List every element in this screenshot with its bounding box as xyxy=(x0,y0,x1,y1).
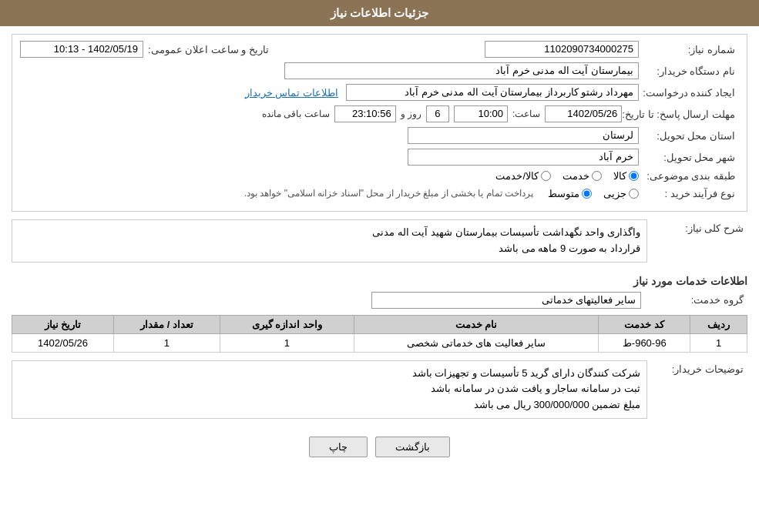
remaining-time-label: ساعت باقی مانده xyxy=(262,109,330,119)
cell-row: 1 xyxy=(690,333,747,352)
general-desc-line1: واگذاری واحد نگهداشت تأسیسات بیمارستان ش… xyxy=(18,225,640,241)
remaining-day-label: روز و xyxy=(401,109,421,119)
remaining-time-value: 23:10:56 xyxy=(334,105,396,122)
buyer-desc-line3: مبلغ تضمین 300/000/000 ریال می باشد xyxy=(18,397,640,413)
purchase-motavasset: متوسط xyxy=(548,188,592,199)
general-desc-label: شرح کلی نیاز: xyxy=(647,223,747,234)
buttons-row: بازگشت چاپ xyxy=(12,437,747,457)
col-date: تاریخ نیاز xyxy=(12,315,114,333)
table-header-row: ردیف کد خدمت نام خدمت واحد اندازه گیری ت… xyxy=(12,315,747,333)
need-number-label: شماره نیاز: xyxy=(639,44,739,55)
table-row: 1 960-96-ط سایر فعالیت های خدماتی شخصی 1… xyxy=(12,333,747,352)
cell-unit: 1 xyxy=(220,333,354,352)
send-deadline-label: مهلت ارسال پاسخ: تا تاریخ: xyxy=(622,109,739,120)
announce-date-label: تاریخ و ساعت اعلان عمومی: xyxy=(143,44,273,55)
service-group-label: گروه خدمت: xyxy=(647,294,747,306)
send-date-value: 1402/05/26 xyxy=(545,105,622,122)
category-label: طبقه بندی موضوعی: xyxy=(639,170,739,182)
general-desc-line2: قرارداد به صورت 9 ماهه می باشد xyxy=(18,241,640,257)
buyer-desc-row: توضیحات خریدار: شرکت کنندگان دارای گرید … xyxy=(12,360,747,425)
need-number-row: شماره نیاز: 1102090734000275 تاریخ و ساع… xyxy=(20,41,739,58)
creator-label: ایجاد کننده درخواست: xyxy=(639,87,739,99)
purchase-type-label: نوع فرآیند خرید : xyxy=(639,188,739,199)
buyer-desc-value: شرکت کنندگان دارای گرید 5 تأسیسات و تجهی… xyxy=(12,360,647,419)
services-table: ردیف کد خدمت نام خدمت واحد اندازه گیری ت… xyxy=(12,315,747,353)
col-row: ردیف xyxy=(690,315,747,333)
purchase-type-row: نوع فرآیند خرید : جزیی متوسط پرداخت تمام… xyxy=(20,186,739,200)
buyer-org-value: بیمارستان آیت اله مدنی خرم آباد xyxy=(284,62,639,79)
col-name: نام خدمت xyxy=(354,315,598,333)
purchase-type-note: پرداخت تمام یا بخشی از مبلغ خریدار از مح… xyxy=(241,186,536,200)
city-value: خرم آباد xyxy=(408,149,639,166)
general-desc-value: واگذاری واحد نگهداشت تأسیسات بیمارستان ش… xyxy=(12,219,647,263)
purchase-jozi-label: جزیی xyxy=(603,188,626,199)
city-label: شهر محل تحویل: xyxy=(639,152,739,163)
category-kala-khedmat-label: کالا/خدمت xyxy=(495,170,539,182)
page-header: جزئیات اطلاعات نیاز xyxy=(0,0,759,26)
print-button[interactable]: چاپ xyxy=(309,437,368,457)
category-khedmat: خدمت xyxy=(563,170,602,182)
buyer-desc-line2: ثبت در سامانه ساجار و یافت شدن در سامانه… xyxy=(18,381,640,397)
deadline-fields: 1402/05/26 ساعت: 10:00 6 روز و 23:10:56 … xyxy=(262,105,622,122)
category-khedmat-label: خدمت xyxy=(563,170,589,182)
send-time-label: ساعت: xyxy=(512,109,540,119)
col-unit: واحد اندازه گیری xyxy=(220,315,354,333)
cell-name: سایر فعالیت های خدماتی شخصی xyxy=(354,333,598,352)
category-khedmat-radio[interactable] xyxy=(592,171,602,181)
cell-code: 960-96-ط xyxy=(599,333,690,352)
creator-contact-link[interactable]: اطلاعات تماس خریدار xyxy=(245,87,338,99)
main-info-section: شماره نیاز: 1102090734000275 تاریخ و ساع… xyxy=(12,34,747,212)
purchase-jozi: جزیی xyxy=(603,188,639,199)
general-desc-row: شرح کلی نیاز: واگذاری واحد نگهداشت تأسیس… xyxy=(12,219,747,269)
creator-value: مهرداد رشتو کاربرداز بیمارستان آیت اله م… xyxy=(346,84,639,101)
province-row: استان محل تحویل: لرستان xyxy=(20,127,739,144)
cell-date: 1402/05/26 xyxy=(12,333,114,352)
category-kala-khedmat-radio[interactable] xyxy=(541,171,551,181)
send-time-value: 10:00 xyxy=(454,105,508,122)
purchase-motavasset-radio[interactable] xyxy=(582,189,592,199)
buyer-desc-line1: شرکت کنندگان دارای گرید 5 تأسیسات و تجهی… xyxy=(18,366,640,382)
purchase-type-group: جزیی متوسط xyxy=(548,188,639,199)
service-group-value: سایر فعالیتهای خدماتی xyxy=(371,292,641,309)
category-kala-radio[interactable] xyxy=(629,171,639,181)
remaining-day-value: 6 xyxy=(426,105,449,122)
city-row: شهر محل تحویل: خرم آباد xyxy=(20,149,739,166)
province-label: استان محل تحویل: xyxy=(639,130,739,142)
purchase-jozi-radio[interactable] xyxy=(629,189,639,199)
category-row: طبقه بندی موضوعی: کالا خدمت کالا/خدمت xyxy=(20,170,739,182)
purchase-motavasset-label: متوسط xyxy=(548,188,579,199)
col-count: تعداد / مقدار xyxy=(113,315,220,333)
back-button[interactable]: بازگشت xyxy=(375,437,450,457)
province-value: لرستان xyxy=(408,127,639,144)
buyer-desc-label: توضیحات خریدار: xyxy=(647,363,747,375)
category-kala-label: کالا xyxy=(613,170,626,182)
creator-row: ایجاد کننده درخواست: مهرداد رشتو کاربردا… xyxy=(20,84,739,101)
services-info-title: اطلاعات خدمات مورد نیاز xyxy=(12,275,747,287)
category-kala: کالا xyxy=(613,170,639,182)
category-kala-khedmat: کالا/خدمت xyxy=(495,170,551,182)
page-title: جزئیات اطلاعات نیاز xyxy=(331,6,428,19)
buyer-org-label: نام دستگاه خریدار: xyxy=(639,65,739,77)
cell-count: 1 xyxy=(113,333,220,352)
category-radio-group: کالا خدمت کالا/خدمت xyxy=(495,170,639,182)
buyer-org-row: نام دستگاه خریدار: بیمارستان آیت اله مدن… xyxy=(20,62,739,79)
send-deadline-row: مهلت ارسال پاسخ: تا تاریخ: 1402/05/26 سا… xyxy=(20,105,739,122)
need-number-value: 1102090734000275 xyxy=(485,41,639,58)
announce-date-value: 1402/05/19 - 10:13 xyxy=(20,41,143,58)
service-group-row: گروه خدمت: سایر فعالیتهای خدماتی xyxy=(12,292,747,309)
col-code: کد خدمت xyxy=(599,315,690,333)
